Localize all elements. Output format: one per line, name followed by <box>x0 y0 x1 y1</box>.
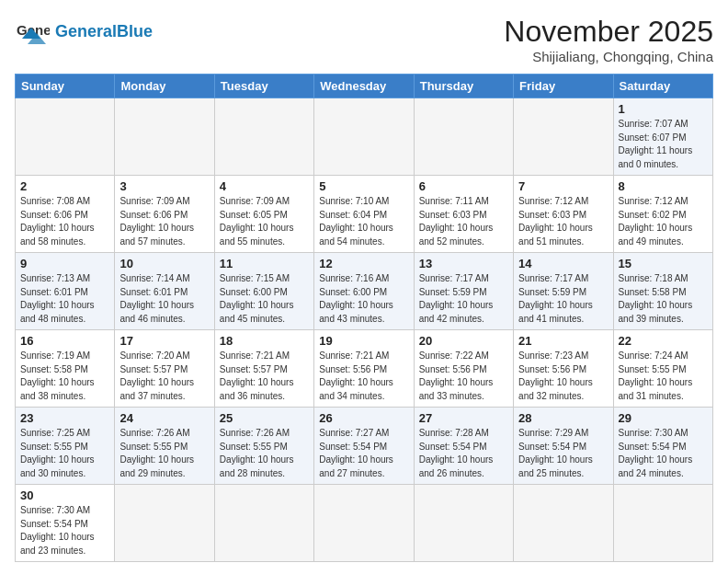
weekday-header-thursday: Thursday <box>414 75 513 98</box>
day-info: Sunrise: 7:30 AM Sunset: 5:54 PM Dayligh… <box>619 427 708 480</box>
day-number: 15 <box>619 257 708 270</box>
calendar-cell: 19Sunrise: 7:21 AM Sunset: 5:56 PM Dayli… <box>314 330 414 408</box>
weekday-header-row: SundayMondayTuesdayWednesdayThursdayFrid… <box>16 75 713 98</box>
day-info: Sunrise: 7:25 AM Sunset: 5:55 PM Dayligh… <box>20 427 109 480</box>
calendar-cell: 26Sunrise: 7:27 AM Sunset: 5:54 PM Dayli… <box>314 408 414 485</box>
calendar-cell: 30Sunrise: 7:30 AM Sunset: 5:54 PM Dayli… <box>16 485 115 562</box>
day-info: Sunrise: 7:26 AM Sunset: 5:55 PM Dayligh… <box>119 427 209 480</box>
day-info: Sunrise: 7:07 AM Sunset: 6:07 PM Dayligh… <box>619 118 708 171</box>
page-header: General GeneralBlue November 2025 Shijia… <box>15 15 713 64</box>
day-number: 1 <box>619 102 708 116</box>
day-info: Sunrise: 7:12 AM Sunset: 6:03 PM Dayligh… <box>518 195 608 248</box>
day-number: 2 <box>20 179 109 193</box>
day-info: Sunrise: 7:28 AM Sunset: 5:54 PM Dayligh… <box>419 427 508 480</box>
calendar-cell <box>214 485 313 562</box>
day-info: Sunrise: 7:21 AM Sunset: 5:57 PM Dayligh… <box>220 350 309 403</box>
calendar-cell: 7Sunrise: 7:12 AM Sunset: 6:03 PM Daylig… <box>514 176 613 253</box>
day-number: 27 <box>419 411 508 425</box>
weekday-header-sunday: Sunday <box>16 75 115 98</box>
day-number: 13 <box>419 257 508 270</box>
day-info: Sunrise: 7:12 AM Sunset: 6:02 PM Dayligh… <box>619 195 708 248</box>
calendar-cell <box>214 98 313 176</box>
calendar-week-row: 16Sunrise: 7:19 AM Sunset: 5:58 PM Dayli… <box>16 330 713 408</box>
day-info: Sunrise: 7:08 AM Sunset: 6:06 PM Dayligh… <box>20 195 109 248</box>
calendar-cell: 15Sunrise: 7:18 AM Sunset: 5:58 PM Dayli… <box>613 253 712 330</box>
calendar-week-row: 1Sunrise: 7:07 AM Sunset: 6:07 PM Daylig… <box>16 98 713 176</box>
day-info: Sunrise: 7:15 AM Sunset: 6:00 PM Dayligh… <box>220 272 309 326</box>
weekday-header-monday: Monday <box>115 75 214 98</box>
day-number: 21 <box>518 334 608 348</box>
day-info: Sunrise: 7:18 AM Sunset: 5:58 PM Dayligh… <box>619 272 708 326</box>
day-number: 7 <box>518 179 608 193</box>
calendar-cell: 2Sunrise: 7:08 AM Sunset: 6:06 PM Daylig… <box>16 176 115 253</box>
calendar-cell: 16Sunrise: 7:19 AM Sunset: 5:58 PM Dayli… <box>16 330 115 408</box>
day-number: 26 <box>319 411 408 425</box>
calendar-week-row: 30Sunrise: 7:30 AM Sunset: 5:54 PM Dayli… <box>16 485 713 562</box>
day-number: 28 <box>518 411 608 425</box>
weekday-header-saturday: Saturday <box>613 75 712 98</box>
calendar-cell <box>314 98 414 176</box>
day-info: Sunrise: 7:14 AM Sunset: 6:01 PM Dayligh… <box>119 272 209 326</box>
day-number: 16 <box>20 334 109 348</box>
calendar-cell: 4Sunrise: 7:09 AM Sunset: 6:05 PM Daylig… <box>214 176 313 253</box>
calendar-cell: 23Sunrise: 7:25 AM Sunset: 5:55 PM Dayli… <box>16 408 115 485</box>
calendar-cell: 29Sunrise: 7:30 AM Sunset: 5:54 PM Dayli… <box>613 408 712 485</box>
day-info: Sunrise: 7:29 AM Sunset: 5:54 PM Dayligh… <box>518 427 608 480</box>
weekday-header-tuesday: Tuesday <box>214 75 313 98</box>
month-title: November 2025 <box>504 15 713 49</box>
location: Shijialiang, Chongqing, China <box>504 49 713 64</box>
day-number: 6 <box>419 179 508 193</box>
logo: General GeneralBlue <box>15 15 153 50</box>
day-number: 12 <box>319 257 408 270</box>
day-info: Sunrise: 7:17 AM Sunset: 5:59 PM Dayligh… <box>518 272 608 326</box>
day-info: Sunrise: 7:13 AM Sunset: 6:01 PM Dayligh… <box>20 272 109 326</box>
logo-icon: General <box>15 15 50 50</box>
day-info: Sunrise: 7:24 AM Sunset: 5:55 PM Dayligh… <box>619 350 708 403</box>
calendar-cell <box>514 98 613 176</box>
calendar-cell: 1Sunrise: 7:07 AM Sunset: 6:07 PM Daylig… <box>613 98 712 176</box>
day-info: Sunrise: 7:19 AM Sunset: 5:58 PM Dayligh… <box>20 350 109 403</box>
logo-general: General <box>55 22 117 40</box>
logo-text: GeneralBlue <box>55 23 153 41</box>
calendar-cell <box>514 485 613 562</box>
day-number: 29 <box>619 411 708 425</box>
calendar-week-row: 23Sunrise: 7:25 AM Sunset: 5:55 PM Dayli… <box>16 408 713 485</box>
day-info: Sunrise: 7:09 AM Sunset: 6:06 PM Dayligh… <box>119 195 209 248</box>
logo-blue: Blue <box>117 22 153 40</box>
calendar-cell: 18Sunrise: 7:21 AM Sunset: 5:57 PM Dayli… <box>214 330 313 408</box>
weekday-header-friday: Friday <box>514 75 613 98</box>
day-number: 8 <box>619 179 708 193</box>
calendar-cell <box>613 485 712 562</box>
day-number: 17 <box>119 334 209 348</box>
calendar-cell: 22Sunrise: 7:24 AM Sunset: 5:55 PM Dayli… <box>613 330 712 408</box>
calendar-cell: 12Sunrise: 7:16 AM Sunset: 6:00 PM Dayli… <box>314 253 414 330</box>
day-info: Sunrise: 7:22 AM Sunset: 5:56 PM Dayligh… <box>419 350 508 403</box>
calendar-cell: 6Sunrise: 7:11 AM Sunset: 6:03 PM Daylig… <box>414 176 513 253</box>
calendar-cell: 8Sunrise: 7:12 AM Sunset: 6:02 PM Daylig… <box>613 176 712 253</box>
day-info: Sunrise: 7:26 AM Sunset: 5:55 PM Dayligh… <box>220 427 309 480</box>
day-number: 5 <box>319 179 408 193</box>
day-number: 30 <box>20 488 109 502</box>
day-info: Sunrise: 7:09 AM Sunset: 6:05 PM Dayligh… <box>220 195 309 248</box>
day-info: Sunrise: 7:30 AM Sunset: 5:54 PM Dayligh… <box>20 504 109 557</box>
calendar-cell: 21Sunrise: 7:23 AM Sunset: 5:56 PM Dayli… <box>514 330 613 408</box>
calendar-cell <box>115 485 214 562</box>
calendar-cell: 13Sunrise: 7:17 AM Sunset: 5:59 PM Dayli… <box>414 253 513 330</box>
day-info: Sunrise: 7:23 AM Sunset: 5:56 PM Dayligh… <box>518 350 608 403</box>
calendar-cell <box>115 98 214 176</box>
day-number: 23 <box>20 411 109 425</box>
day-info: Sunrise: 7:10 AM Sunset: 6:04 PM Dayligh… <box>319 195 408 248</box>
weekday-header-wednesday: Wednesday <box>314 75 414 98</box>
day-number: 24 <box>119 411 209 425</box>
day-info: Sunrise: 7:17 AM Sunset: 5:59 PM Dayligh… <box>419 272 508 326</box>
day-number: 11 <box>220 257 309 270</box>
calendar-cell: 5Sunrise: 7:10 AM Sunset: 6:04 PM Daylig… <box>314 176 414 253</box>
day-info: Sunrise: 7:11 AM Sunset: 6:03 PM Dayligh… <box>419 195 508 248</box>
calendar-cell: 24Sunrise: 7:26 AM Sunset: 5:55 PM Dayli… <box>115 408 214 485</box>
day-number: 19 <box>319 334 408 348</box>
calendar-cell <box>314 485 414 562</box>
day-number: 25 <box>220 411 309 425</box>
day-number: 14 <box>518 257 608 270</box>
calendar-cell: 10Sunrise: 7:14 AM Sunset: 6:01 PM Dayli… <box>115 253 214 330</box>
day-number: 20 <box>419 334 508 348</box>
